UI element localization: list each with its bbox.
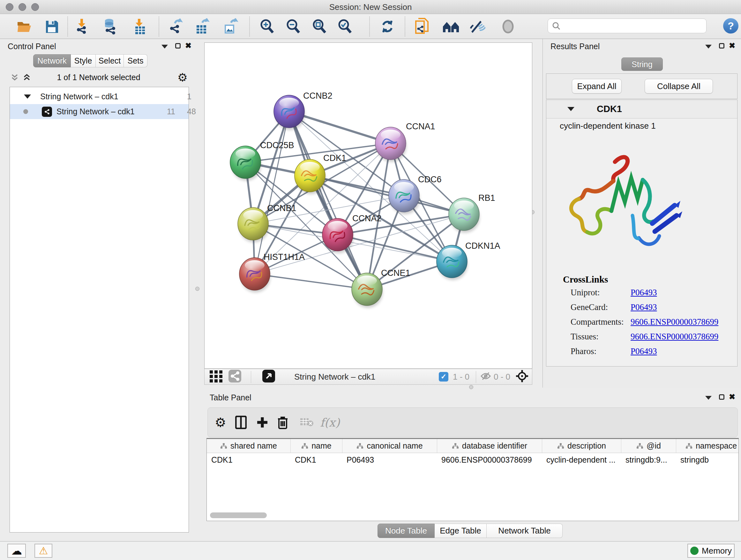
horizontal-splitter-handle[interactable] bbox=[469, 385, 473, 389]
import-network-file-icon[interactable] bbox=[73, 17, 91, 36]
tab-select[interactable]: Select bbox=[96, 54, 124, 67]
import-network-database-icon[interactable] bbox=[101, 17, 119, 36]
crosslink-row: Pharos: P06493 bbox=[570, 347, 730, 356]
hidden-counts: 0 - 0 bbox=[494, 372, 510, 382]
results-panel-tabs: String bbox=[621, 57, 663, 71]
panel-menu-icon[interactable] bbox=[705, 45, 712, 49]
table-cell[interactable]: 9606.ENSP00000378699 bbox=[437, 453, 542, 466]
column-header-namespace[interactable]: namespace bbox=[676, 439, 739, 453]
panel-float-icon[interactable] bbox=[175, 43, 181, 49]
refresh-icon[interactable] bbox=[379, 17, 396, 36]
panel-float-icon[interactable] bbox=[719, 43, 724, 49]
crosslink-link[interactable]: 9606.ENSP00000378699 bbox=[630, 332, 718, 341]
collection-expander-icon[interactable] bbox=[24, 95, 31, 99]
table-cell[interactable]: CDK1 bbox=[207, 453, 290, 466]
delete-column-trash-icon[interactable] bbox=[277, 416, 288, 429]
crosslink-link[interactable]: 9606.ENSP00000378699 bbox=[630, 317, 718, 327]
tab-style[interactable]: Style bbox=[71, 54, 96, 67]
table-horizontal-scrollbar[interactable] bbox=[210, 512, 267, 518]
tab-network[interactable]: Network bbox=[33, 54, 71, 67]
tab-network-table[interactable]: Network Table bbox=[487, 523, 562, 538]
column-header-id[interactable]: @id bbox=[621, 439, 676, 453]
birdseye-crosshair-icon[interactable] bbox=[515, 369, 529, 384]
zoom-fit-icon[interactable] bbox=[311, 17, 328, 36]
table-cell[interactable]: CDK1 bbox=[290, 453, 342, 466]
table-panel-tabs: Node Table Edge Table Network Table bbox=[378, 523, 562, 538]
export-image-icon[interactable] bbox=[221, 17, 239, 36]
copy-documents-icon[interactable] bbox=[413, 17, 431, 36]
node-table[interactable]: shared namenamecanonical namedatabase id… bbox=[206, 438, 739, 521]
panel-menu-icon[interactable] bbox=[161, 45, 168, 49]
column-header-databaseidentifier[interactable]: database identifier bbox=[437, 439, 542, 453]
network-selection-status-row: 1 of 1 Network selected ⚙ bbox=[0, 70, 197, 84]
tab-string[interactable]: String bbox=[621, 57, 663, 71]
import-table-icon[interactable] bbox=[131, 17, 149, 36]
show-graphics-details-icon bbox=[499, 17, 517, 36]
save-session-icon[interactable] bbox=[43, 17, 61, 36]
network-view[interactable]: CCNB2CCNA1CDC25BCDK1CDC6RB1CCNB1CCNA2CDK… bbox=[204, 43, 532, 369]
crosslink-link[interactable]: P06493 bbox=[630, 302, 657, 312]
entry-expander-icon[interactable] bbox=[567, 107, 575, 111]
panel-float-icon[interactable] bbox=[719, 394, 724, 400]
hidden-eye-icon[interactable] bbox=[480, 371, 491, 382]
toolbar-separator bbox=[251, 371, 251, 383]
collapse-all-networks-icon[interactable] bbox=[11, 73, 18, 83]
export-view-icon[interactable] bbox=[262, 369, 275, 384]
cloud-status-button[interactable]: ☁ bbox=[7, 544, 26, 558]
column-header-description[interactable]: description bbox=[542, 439, 621, 453]
hide-graphics-details-icon[interactable] bbox=[468, 17, 486, 36]
open-session-icon[interactable] bbox=[16, 17, 33, 36]
toolbar-separator bbox=[249, 17, 250, 37]
window-close-button[interactable] bbox=[6, 3, 13, 11]
panel-menu-icon[interactable] bbox=[705, 396, 712, 400]
zoom-out-icon[interactable] bbox=[284, 17, 302, 36]
results-panel-header: Results Panel ✖ bbox=[543, 39, 741, 53]
export-network-icon[interactable] bbox=[167, 17, 185, 36]
network-collection-row[interactable]: String Network – cdk1 1 bbox=[10, 89, 189, 104]
tab-sets[interactable]: Sets bbox=[124, 54, 147, 67]
panel-close-icon[interactable]: ✖ bbox=[729, 392, 735, 401]
column-header-canonicalname[interactable]: canonical name bbox=[342, 439, 437, 453]
network-canvas[interactable]: CCNB2CCNA1CDC25BCDK1CDC6RB1CCNB1CCNA2CDK… bbox=[205, 43, 532, 368]
column-header-sharedname[interactable]: shared name bbox=[207, 439, 290, 453]
window-zoom-button[interactable] bbox=[31, 3, 39, 11]
table-cell[interactable]: stringdb:9... bbox=[621, 453, 676, 466]
table-row[interactable]: CDK1CDK1P064939606.ENSP00000378699cyclin… bbox=[207, 453, 738, 466]
table-cell[interactable]: cyclin-dependent ... bbox=[542, 453, 621, 466]
expand-all-networks-icon[interactable] bbox=[23, 73, 30, 83]
export-table-icon[interactable] bbox=[193, 17, 211, 36]
add-column-icon[interactable] bbox=[256, 416, 268, 428]
houses-icon[interactable] bbox=[442, 17, 460, 36]
results-entry-card: CDK1 cyclin-dependent kinase 1 bbox=[546, 100, 738, 367]
crosslink-link[interactable]: P06493 bbox=[630, 288, 657, 298]
crosslink-link[interactable]: P06493 bbox=[630, 347, 657, 356]
table-settings-gear-icon[interactable]: ⚙ bbox=[215, 415, 226, 430]
collapse-all-button[interactable]: Collapse All bbox=[645, 79, 713, 94]
toolbar-search[interactable] bbox=[548, 18, 706, 33]
memory-button[interactable]: Memory bbox=[687, 544, 735, 558]
show-columns-icon[interactable] bbox=[235, 416, 247, 429]
table-cell[interactable]: stringdb bbox=[676, 453, 739, 466]
warnings-button[interactable]: ⚠ bbox=[35, 544, 52, 558]
grid-view-icon[interactable] bbox=[209, 370, 224, 384]
panel-close-icon[interactable]: ✖ bbox=[185, 41, 192, 50]
window-minimize-button[interactable] bbox=[18, 3, 26, 11]
entry-header[interactable]: CDK1 bbox=[546, 100, 737, 118]
panel-close-icon[interactable]: ✖ bbox=[729, 41, 735, 50]
zoom-selected-icon[interactable] bbox=[336, 17, 354, 36]
expand-all-button[interactable]: Expand All bbox=[572, 79, 622, 94]
tab-edge-table[interactable]: Edge Table bbox=[434, 523, 487, 538]
crosslink-row: GeneCard: P06493 bbox=[570, 302, 730, 312]
column-header-name[interactable]: name bbox=[290, 439, 342, 453]
table-cell[interactable]: P06493 bbox=[342, 453, 437, 466]
selected-checkbox-icon[interactable]: ✓ bbox=[439, 372, 448, 381]
help-icon[interactable]: ? bbox=[723, 18, 738, 34]
zoom-in-icon[interactable] bbox=[258, 17, 276, 36]
left-splitter-handle[interactable] bbox=[195, 287, 199, 291]
network-row-selected[interactable]: String Network – cdk1 11 48 bbox=[10, 104, 189, 119]
network-tree: String Network – cdk1 1 String Network –… bbox=[10, 87, 189, 533]
network-options-gear-icon[interactable]: ⚙ bbox=[178, 71, 188, 84]
network-badge-icon[interactable] bbox=[228, 369, 242, 384]
tab-node-table[interactable]: Node Table bbox=[378, 523, 434, 538]
search-input[interactable] bbox=[564, 21, 702, 31]
